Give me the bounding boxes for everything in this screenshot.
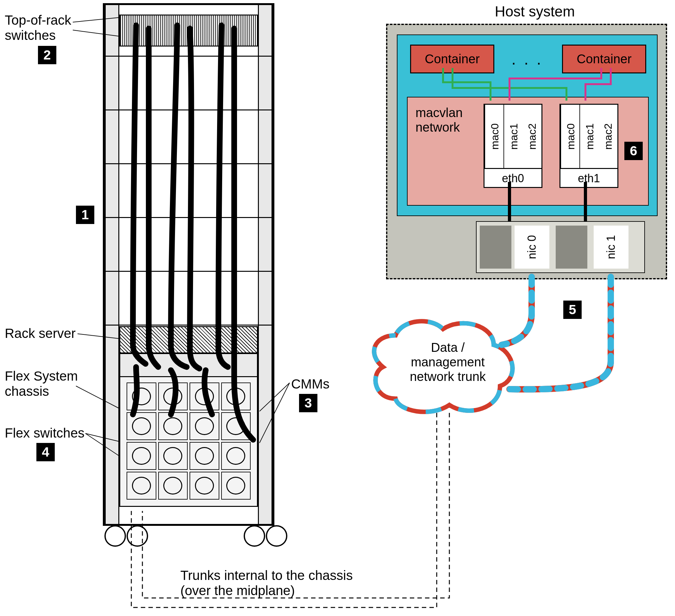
macvlan-network-box: macvlan network mac0 mac1 mac2 eth0 mac0… [407,97,649,206]
badge-5: 5 [563,301,582,319]
container-right: Container [562,45,646,73]
nic-area: nic 0 nic 1 [476,221,645,273]
nic1: nic 1 [594,226,628,268]
cloud-text: Data / management network trunk [389,340,506,384]
eth1-block: mac0 mac1 mac2 eth1 [559,104,618,188]
ellipsis: . . . [511,50,543,69]
rack-foot-icon [104,525,126,547]
rack-foot-icon [244,525,265,547]
eth0-mac2: mac2 [522,105,541,168]
badge-3: 3 [299,394,317,412]
host-system-box: Container . . . Container macvlan networ… [386,24,667,279]
flex-chassis-label: Flex System chassis [5,369,78,399]
nic-dark-left [480,226,511,268]
eth0-label: eth0 [484,172,541,185]
macvlan-label: macvlan network [416,105,463,135]
trunk-cables [502,277,611,389]
container-label: Container [425,52,479,66]
eth1-mac0: mac0 [560,105,580,168]
badge-4: 4 [36,443,55,461]
cmms-label: CMMs [291,377,329,392]
eth1-mac1: mac1 [580,105,599,168]
eth0-mac0: mac0 [484,105,504,168]
trunks-label: Trunks internal to the chassis (over the… [180,568,377,599]
nic0: nic 0 [515,226,549,268]
docker-network-box: Container . . . Container macvlan networ… [397,34,658,216]
rack-server-label: Rack server [5,326,76,341]
eth1-label: eth1 [560,172,617,185]
nic-dark-mid [556,226,587,268]
container-left: Container [410,45,494,73]
eth0-block: mac0 mac1 mac2 eth0 [483,104,542,188]
rack-foot-icon [266,525,287,547]
badge-2: 2 [38,46,56,64]
badge-6: 6 [624,142,643,160]
eth1-mac2: mac2 [598,105,617,168]
flex-switches-label: Flex switches [5,426,84,441]
container-label: Container [577,52,631,66]
eth0-mac1: mac1 [504,105,523,168]
rack-foot-icon [127,525,148,547]
server-rack [103,3,274,526]
badge-1: 1 [76,206,94,224]
tor-switches-label: Top-of-rack switches [5,13,71,43]
host-system-title: Host system [471,3,598,20]
